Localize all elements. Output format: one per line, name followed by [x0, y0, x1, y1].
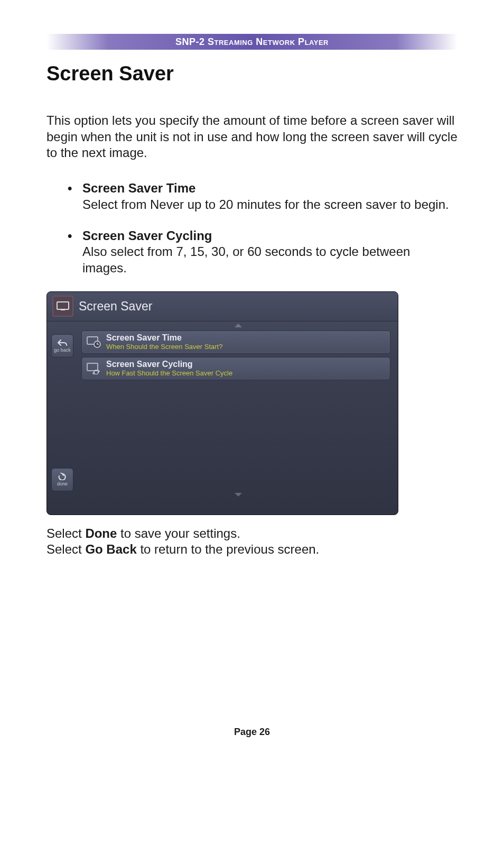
- section-title: Screen Saver: [46, 62, 458, 85]
- scroll-down-icon: [235, 493, 242, 497]
- scroll-up-icon: [235, 324, 242, 327]
- svg-rect-1: [61, 309, 65, 310]
- svg-rect-0: [57, 302, 69, 309]
- feature-item-title: Screen Saver Cycling: [82, 228, 212, 243]
- svg-rect-4: [87, 363, 98, 371]
- feature-item-desc: Also select from 7, 15, 30, or 60 second…: [82, 244, 410, 275]
- post-bold: Go Back: [85, 542, 136, 556]
- menu-item-title: Screen Saver Time: [106, 333, 222, 343]
- document-header-bar: SNP-2 Streaming Network Player: [46, 34, 458, 50]
- menu-item-screen-saver-cycling[interactable]: Screen Saver Cycling How Fast Should the…: [81, 357, 390, 380]
- menu-item-title: Screen Saver Cycling: [106, 360, 232, 369]
- page-footer: Page 26: [0, 727, 504, 738]
- monitor-icon: [52, 296, 73, 317]
- menu-item-subtitle: How Fast Should the Screen Saver Cycle: [106, 370, 232, 377]
- menu-item-subtitle: When Should the Screen Saver Start?: [106, 343, 222, 351]
- monitor-cycle-icon: [86, 362, 102, 375]
- post-bold: Done: [85, 526, 117, 540]
- header-title: SNP-2 Streaming Network Player: [175, 36, 329, 47]
- feature-list-item: Screen Saver Time Select from Never up t…: [68, 180, 458, 213]
- feature-list: Screen Saver Time Select from Never up t…: [46, 180, 458, 277]
- screenshot-titlebar: Screen Saver: [47, 292, 398, 322]
- ui-screenshot: Screen Saver go back done Screen Saver T…: [46, 291, 398, 515]
- go-back-label: go back: [54, 347, 71, 353]
- page-number: Page 26: [234, 727, 270, 737]
- feature-item-desc: Select from Never up to 20 minutes for t…: [82, 197, 449, 212]
- screenshot-title: Screen Saver: [79, 299, 152, 314]
- done-label: done: [57, 481, 68, 486]
- post-text: to save your settings.: [117, 526, 240, 540]
- post-text: to return to the previous screen.: [137, 542, 320, 556]
- monitor-clock-icon: [86, 335, 102, 349]
- menu-item-screen-saver-time[interactable]: Screen Saver Time When Should the Screen…: [81, 330, 390, 354]
- done-button[interactable]: done: [51, 468, 73, 491]
- post-text: Select: [46, 542, 85, 556]
- feature-list-item: Screen Saver Cycling Also select from 7,…: [68, 228, 458, 277]
- screenshot-sidebar: go back done: [47, 324, 78, 512]
- intro-paragraph: This option lets you specify the amount …: [46, 113, 458, 161]
- post-text: Select: [46, 526, 85, 540]
- screenshot-body: Screen Saver Time When Should the Screen…: [80, 324, 396, 501]
- feature-item-title: Screen Saver Time: [82, 181, 195, 195]
- post-instructions: Select Done to save your settings. Selec…: [46, 526, 458, 558]
- go-back-button[interactable]: go back: [51, 334, 73, 357]
